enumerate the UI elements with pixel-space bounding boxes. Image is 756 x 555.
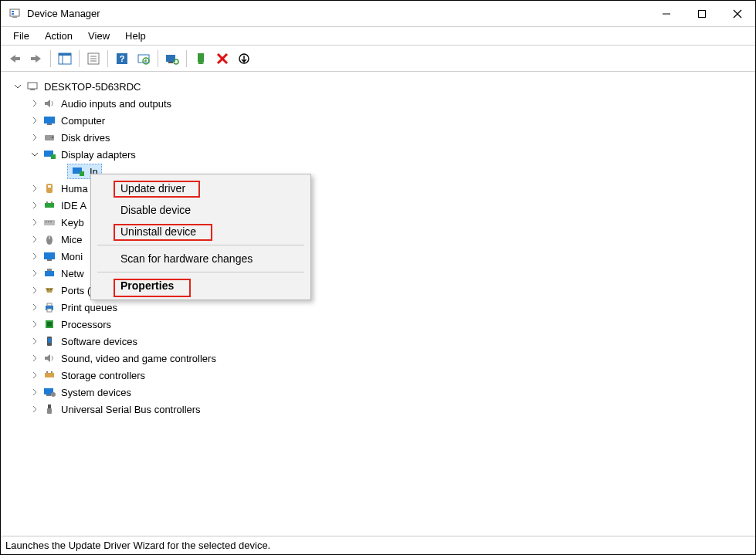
help-button[interactable]: ?: [111, 48, 133, 69]
chevron-right-icon[interactable]: [29, 216, 41, 228]
maximize-button[interactable]: [684, 1, 720, 27]
tree-item-usb[interactable]: Universal Serial Bus controllers: [7, 401, 755, 418]
svg-point-52: [50, 289, 52, 290]
chevron-right-icon[interactable]: [29, 250, 41, 262]
svg-rect-35: [80, 171, 84, 176]
uninstall-device-button[interactable]: [212, 48, 233, 69]
svg-rect-57: [47, 322, 52, 327]
context-properties[interactable]: Properties: [93, 275, 309, 296]
chevron-right-icon[interactable]: [29, 403, 41, 415]
tree-item-label: Storage controllers: [61, 370, 145, 381]
sound-icon: [42, 352, 56, 364]
tree-item-computer[interactable]: Computer: [7, 112, 755, 129]
chevron-right-icon[interactable]: [29, 233, 41, 245]
context-uninstall-device[interactable]: Uninstall device: [93, 221, 309, 242]
chevron-right-icon[interactable]: [29, 318, 41, 330]
chevron-right-icon[interactable]: [29, 352, 41, 364]
chevron-right-icon[interactable]: [29, 199, 41, 212]
chevron-right-icon[interactable]: [29, 369, 41, 381]
monitor-icon: [42, 114, 56, 127]
keyboard-icon: [42, 216, 56, 228]
svg-rect-8: [15, 57, 20, 60]
disable-device-button[interactable]: [233, 48, 255, 69]
tree-item-label: Audio inputs and outputs: [61, 98, 171, 110]
properties-button[interactable]: [83, 48, 104, 69]
tree-item-printq[interactable]: Print queues: [7, 299, 755, 316]
scan-hardware-button[interactable]: [133, 48, 154, 69]
enable-device-button[interactable]: [190, 48, 212, 69]
tree-root-label: DESKTOP-5D63RDC: [44, 81, 141, 93]
svg-rect-41: [44, 220, 55, 225]
tree-item-label: Mice: [61, 234, 82, 245]
chevron-down-icon[interactable]: [12, 80, 24, 93]
tree-item-label: Moni: [61, 251, 83, 262]
context-scan-hardware[interactable]: Scan for hardware changes: [93, 248, 309, 269]
chevron-right-icon[interactable]: [29, 267, 41, 279]
menu-file[interactable]: File: [5, 29, 37, 43]
tree-item-label: Processors: [61, 319, 111, 330]
context-update-driver[interactable]: Update driver: [93, 178, 309, 199]
chevron-right-icon[interactable]: [29, 335, 41, 347]
tree-item-label: Computer: [61, 115, 105, 127]
software-device-icon: [42, 335, 56, 347]
svg-rect-27: [30, 89, 35, 90]
context-disable-device[interactable]: Disable device: [93, 199, 309, 221]
tree-item-system[interactable]: System devices: [7, 384, 755, 401]
tree-item-label: Huma: [61, 183, 88, 195]
disk-icon: [42, 131, 56, 144]
tree-item-disk[interactable]: Disk drives: [7, 129, 755, 146]
tree-item-software[interactable]: Software devices: [7, 333, 755, 350]
status-text: Launches the Update Driver Wizard for th…: [5, 540, 270, 551]
menu-bar: File Action View Help: [1, 27, 755, 46]
svg-point-31: [52, 137, 53, 138]
close-button[interactable]: [720, 1, 755, 27]
chevron-right-icon[interactable]: [29, 182, 41, 195]
tree-item-audio[interactable]: Audio inputs and outputs: [7, 95, 755, 112]
chevron-right-icon[interactable]: [29, 284, 41, 296]
svg-rect-64: [46, 394, 51, 396]
chevron-right-icon[interactable]: [29, 386, 41, 398]
svg-rect-33: [51, 154, 56, 159]
context-separator: [97, 245, 304, 245]
svg-rect-47: [44, 252, 55, 259]
menu-view[interactable]: View: [80, 29, 117, 43]
chevron-right-icon[interactable]: [29, 114, 41, 127]
tree-item-storage[interactable]: Storage controllers: [7, 367, 755, 384]
menu-action[interactable]: Action: [37, 29, 80, 43]
minimize-button[interactable]: [649, 1, 684, 27]
chevron-right-icon[interactable]: [29, 301, 41, 313]
show-hide-console-button[interactable]: [54, 48, 76, 69]
computer-icon: [25, 80, 39, 93]
context-separator: [97, 272, 304, 272]
toolbar-separator: [158, 50, 158, 67]
forward-button[interactable]: [25, 48, 47, 69]
svg-rect-9: [31, 57, 36, 60]
back-button[interactable]: [4, 48, 25, 69]
toolbar-separator: [107, 50, 108, 67]
svg-rect-36: [46, 184, 53, 193]
tree-item-sound[interactable]: Sound, video and game controllers: [7, 350, 755, 367]
svg-rect-42: [46, 222, 47, 222]
update-driver-button[interactable]: [161, 48, 183, 69]
svg-rect-43: [48, 222, 49, 222]
svg-rect-28: [44, 117, 55, 124]
svg-rect-11: [59, 53, 71, 56]
menu-help[interactable]: Help: [117, 29, 154, 43]
tree-item-label: System devices: [61, 387, 131, 398]
svg-rect-39: [46, 201, 48, 203]
device-tree[interactable]: DESKTOP-5D63RDC Audio inputs and outputs…: [1, 73, 755, 534]
context-menu: Update driver Disable device Uninstall d…: [90, 174, 311, 300]
chevron-down-icon[interactable]: [29, 148, 41, 161]
tree-item-processors[interactable]: Processors: [7, 316, 755, 333]
system-device-icon: [42, 386, 56, 398]
tree-root[interactable]: DESKTOP-5D63RDC: [7, 78, 755, 95]
ports-icon: [42, 284, 56, 296]
tree-item-display[interactable]: Display adapters: [7, 146, 755, 163]
ide-icon: [42, 199, 56, 212]
svg-point-65: [51, 392, 56, 397]
chevron-right-icon[interactable]: [29, 97, 41, 110]
svg-rect-59: [48, 338, 51, 343]
svg-rect-37: [48, 185, 51, 188]
chevron-right-icon[interactable]: [29, 131, 41, 144]
svg-rect-55: [47, 309, 52, 312]
